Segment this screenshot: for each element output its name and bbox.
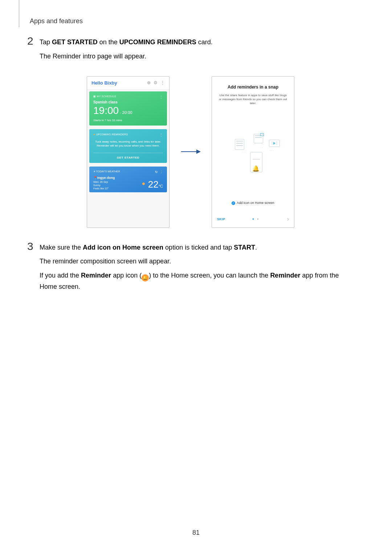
- calendar-icon: ▦: [93, 95, 97, 98]
- more-icon[interactable]: ⋮: [160, 80, 165, 85]
- t: app icon (: [111, 272, 142, 279]
- schedule-time-end: - 20:00: [119, 110, 132, 115]
- step-2-line-2: The Reminder intro page will appear.: [40, 51, 354, 62]
- figure-row: Hello Bixby ⊕ ⚙ ⋮ ⋮ ▦ MY SCHEDULE Spanis…: [27, 76, 354, 228]
- intro-illustration: · · · · · · · · 🔔: [212, 110, 294, 197]
- card-more-icon[interactable]: ⋮: [159, 133, 163, 137]
- screenshot-bixby-home: Hello Bixby ⊕ ⚙ ⋮ ⋮ ▦ MY SCHEDULE Spanis…: [87, 76, 170, 228]
- section-header: Apps and features: [30, 17, 83, 25]
- next-arrow-icon[interactable]: ›: [287, 216, 289, 222]
- get-started-button[interactable]: GET STARTED: [93, 153, 163, 159]
- video-icon: [269, 140, 280, 147]
- bell-icon: 🔔: [252, 165, 260, 172]
- step-2-number: 2: [27, 36, 40, 46]
- doc-icon: [235, 139, 244, 150]
- t: ) to the Home screen, you can launch the: [149, 272, 270, 279]
- card-upcoming-reminders[interactable]: ⋮ ● UPCOMING REMINDERS Tuck away notes, …: [89, 129, 167, 163]
- reminder-app-icon: 🔔: [142, 274, 149, 282]
- t: Make sure the: [40, 244, 83, 251]
- page-margin-rule: [19, 0, 19, 27]
- card-my-schedule[interactable]: ⋮ ▦ MY SCHEDULE Spanish class 19:00 - 20…: [89, 91, 167, 126]
- sun-small-icon: ☀: [93, 170, 96, 173]
- bixby-title: Hello Bixby: [91, 80, 117, 86]
- screenshot-reminder-intro: Add reminders in a snap Use the share fe…: [212, 76, 294, 228]
- t: Reminder: [270, 272, 300, 279]
- skip-button[interactable]: SKIP: [217, 217, 225, 221]
- step-2: 2 Tap GET STARTED on the UPCOMING REMIND…: [27, 37, 354, 65]
- globe-icon[interactable]: ⊕: [147, 80, 151, 85]
- t: START: [234, 244, 255, 251]
- page-indicator: ● ●: [252, 217, 260, 221]
- t: Add icon on Home screen: [83, 244, 163, 251]
- step-3-number: 3: [27, 241, 40, 252]
- intro-title: Add reminders in a snap: [212, 77, 294, 93]
- t: option is ticked and tap: [163, 244, 234, 251]
- schedule-time-main: 19:00: [93, 105, 119, 116]
- step-3-line-2: The reminder composition screen will app…: [40, 256, 354, 267]
- t: on the: [98, 38, 119, 46]
- step-3-line-1: Make sure the Add icon on Home screen op…: [40, 242, 354, 253]
- bixby-header: Hello Bixby ⊕ ⚙ ⋮: [87, 77, 169, 90]
- step-3: 3 Make sure the Add icon on Home screen …: [27, 242, 354, 296]
- pin-icon: 📍: [93, 176, 97, 180]
- reminder-bullet-icon: ●: [93, 133, 96, 136]
- t: Tap: [40, 38, 52, 46]
- intro-subtitle: Use the share feature in apps to save st…: [212, 93, 294, 110]
- t: UPCOMING REMINDERS: [119, 38, 196, 46]
- card-weather[interactable]: ↻ ⋮ ☀ TODAY'S WEATHER 📍Ingye-dong Wed, 2…: [89, 167, 167, 192]
- reminders-label: UPCOMING REMINDERS: [96, 133, 128, 136]
- sun-icon: ●: [142, 180, 146, 186]
- weather-location: Ingye-dong: [97, 176, 115, 180]
- t: If you add the: [40, 272, 81, 279]
- mail-icon: [254, 134, 263, 143]
- reminders-desc: Tuck away notes, incoming calls, and lin…: [95, 140, 162, 148]
- t: card.: [196, 38, 213, 46]
- schedule-label: MY SCHEDULE: [97, 95, 117, 98]
- add-icon-checkbox-row[interactable]: ✓Add icon on Home screen: [212, 197, 294, 213]
- page-number: 81: [0, 529, 392, 537]
- weather-temp: 22: [148, 179, 159, 190]
- add-icon-checkbox-label: Add icon on Home screen: [237, 201, 274, 205]
- weather-label: TODAY'S WEATHER: [96, 170, 120, 173]
- gear-icon[interactable]: ⚙: [154, 80, 158, 85]
- schedule-title: Spanish class: [93, 100, 163, 104]
- step-3-line-3: If you add the Reminder app icon (🔔) to …: [40, 270, 354, 292]
- t: .: [255, 244, 257, 251]
- weather-temp-unit: °C: [159, 184, 163, 188]
- step-2-line-1: Tap GET STARTED on the UPCOMING REMINDER…: [40, 37, 354, 48]
- svg-marker-1: [196, 149, 201, 154]
- t: Reminder: [81, 272, 111, 279]
- schedule-sub: Starts in 7 hrs 33 mins: [93, 119, 163, 122]
- check-icon[interactable]: ✓: [232, 201, 235, 205]
- t: GET STARTED: [52, 38, 98, 46]
- arrow-right-icon: [180, 146, 201, 157]
